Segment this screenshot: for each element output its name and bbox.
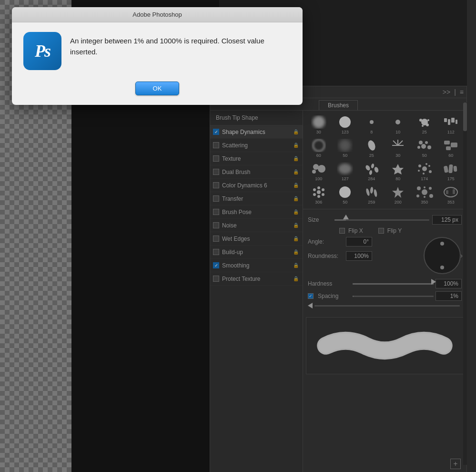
dialog-titlebar: Adobe Photoshop	[12, 7, 303, 22]
dialog-body: Ps An integer between 1% and 1000% is re…	[12, 22, 303, 80]
ok-button[interactable]: OK	[135, 82, 180, 95]
dialog-message: An integer between 1% and 1000% is requi…	[70, 32, 291, 57]
dialog-footer: OK	[12, 80, 303, 105]
dialog-overlay: Adobe Photoshop Ps An integer between 1%…	[0, 0, 476, 472]
alert-dialog: Adobe Photoshop Ps An integer between 1%…	[12, 7, 303, 105]
photoshop-icon: Ps	[23, 32, 61, 70]
